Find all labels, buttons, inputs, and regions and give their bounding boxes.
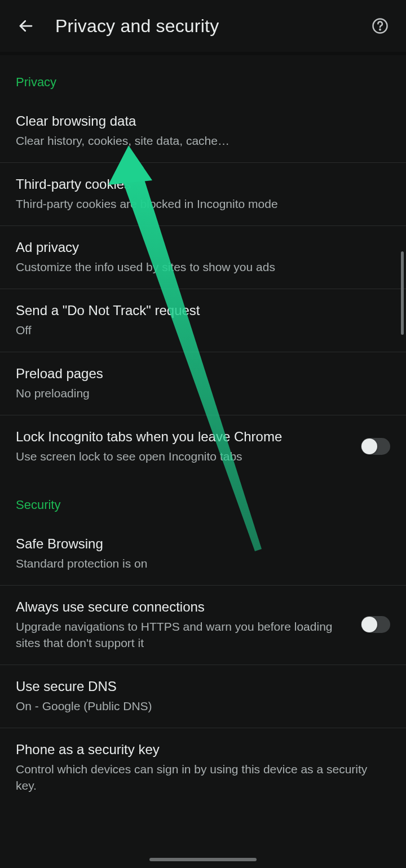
gesture-nav-pill xyxy=(149,858,257,861)
row-clear-browsing-data[interactable]: Clear browsing data Clear history, cooki… xyxy=(0,100,406,163)
row-subtitle: Upgrade navigations to HTTPS and warn yo… xyxy=(16,616,350,651)
row-subtitle: On - Google (Public DNS) xyxy=(16,696,390,714)
row-secure-connections[interactable]: Always use secure connections Upgrade na… xyxy=(0,586,406,665)
row-secure-dns[interactable]: Use secure DNS On - Google (Public DNS) xyxy=(0,665,406,728)
row-subtitle: Standard protection is on xyxy=(16,553,390,572)
arrow-back-icon xyxy=(17,17,34,34)
row-do-not-track[interactable]: Send a "Do Not Track" request Off xyxy=(0,289,406,352)
row-title: Use secure DNS xyxy=(16,677,390,696)
row-subtitle: Use screen lock to see open Incognito ta… xyxy=(16,446,350,464)
svg-point-2 xyxy=(379,29,381,30)
row-subtitle: Control which devices can sign in by usi… xyxy=(16,759,390,794)
app-bar: Privacy and security xyxy=(0,0,406,52)
row-subtitle: No preloading xyxy=(16,383,390,401)
row-title: Safe Browsing xyxy=(16,535,390,553)
row-title: Phone as a security key xyxy=(16,741,390,759)
row-title: Ad privacy xyxy=(16,238,390,256)
section-header-privacy: Privacy xyxy=(0,55,406,100)
settings-content: Privacy Clear browsing data Clear histor… xyxy=(0,52,406,868)
row-ad-privacy[interactable]: Ad privacy Customize the info used by si… xyxy=(0,226,406,289)
switch-secure-connections[interactable] xyxy=(361,616,390,633)
row-subtitle: Off xyxy=(16,320,390,338)
row-safe-browsing[interactable]: Safe Browsing Standard protection is on xyxy=(0,522,406,586)
page-title: Privacy and security xyxy=(42,16,364,37)
help-icon xyxy=(372,17,389,34)
switch-lock-incognito[interactable] xyxy=(361,438,390,455)
help-button[interactable] xyxy=(364,10,396,42)
row-title: Send a "Do Not Track" request xyxy=(16,302,390,320)
row-third-party-cookies[interactable]: Third-party cookies Third-party cookies … xyxy=(0,163,406,226)
row-phone-security-key[interactable]: Phone as a security key Control which de… xyxy=(0,728,406,807)
section-header-security: Security xyxy=(0,478,406,522)
row-title: Lock Incognito tabs when you leave Chrom… xyxy=(16,428,350,446)
row-title: Third-party cookies xyxy=(16,175,390,193)
scrollbar-thumb[interactable] xyxy=(401,251,404,335)
row-subtitle: Third-party cookies are blocked in Incog… xyxy=(16,193,390,212)
row-subtitle: Clear history, cookies, site data, cache… xyxy=(16,130,390,149)
row-subtitle: Customize the info used by sites to show… xyxy=(16,256,390,275)
row-title: Always use secure connections xyxy=(16,598,350,616)
back-button[interactable] xyxy=(10,10,42,42)
row-preload-pages[interactable]: Preload pages No preloading xyxy=(0,352,406,415)
row-title: Preload pages xyxy=(16,365,390,383)
row-lock-incognito-tabs[interactable]: Lock Incognito tabs when you leave Chrom… xyxy=(0,415,406,478)
row-title: Clear browsing data xyxy=(16,112,390,130)
